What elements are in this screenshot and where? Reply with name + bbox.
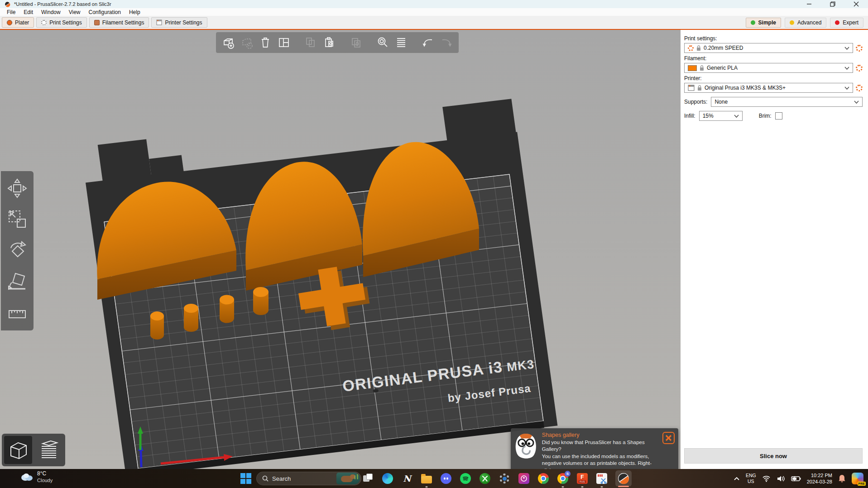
add-instance-icon[interactable] xyxy=(349,36,363,49)
restore-button[interactable] xyxy=(830,1,835,7)
measure-icon[interactable] xyxy=(5,300,29,325)
edit-filament-icon[interactable] xyxy=(856,65,863,72)
copilot-icon[interactable]: PRE xyxy=(852,473,863,484)
file-explorer-icon[interactable] xyxy=(421,473,432,484)
hidden-icons-chevron[interactable] xyxy=(734,476,740,481)
paste-icon[interactable] xyxy=(322,36,336,49)
taskbar: 8°C Cloudy Search N S FFUS xyxy=(0,469,868,488)
filament-value: Generic PLA xyxy=(707,65,842,71)
fusion-360-icon[interactable]: FFUS xyxy=(576,473,588,484)
lock-icon xyxy=(700,65,704,71)
rotate-icon[interactable] xyxy=(5,238,29,263)
ai-chat-icon[interactable] xyxy=(518,473,530,484)
edit-printer-icon[interactable] xyxy=(856,85,863,91)
menu-help[interactable]: Help xyxy=(125,9,144,15)
weather-widget[interactable]: 8°C Cloudy xyxy=(20,470,53,483)
wifi-icon[interactable] xyxy=(762,475,771,482)
language-indicator[interactable]: ENGUS xyxy=(746,473,756,484)
variable-layer-height-icon[interactable] xyxy=(394,36,408,49)
chevron-down-icon xyxy=(844,67,849,70)
model-cylinder-4[interactable] xyxy=(253,287,269,315)
print-settings-label: Print settings: xyxy=(684,35,863,42)
settings-panel: Print settings: 0.20mm SPEED Filament: G… xyxy=(681,30,868,469)
battery-icon[interactable] xyxy=(791,476,801,482)
notification-close-button[interactable] xyxy=(662,432,675,444)
xbox-icon[interactable] xyxy=(479,473,491,484)
tab-print-settings[interactable]: Print Settings xyxy=(36,17,86,28)
printer-label: Printer: xyxy=(684,75,863,81)
menu-view[interactable]: View xyxy=(65,9,85,15)
chrome-profile-icon[interactable]: S xyxy=(557,473,569,484)
model-cylinder-2[interactable] xyxy=(184,304,198,332)
red-dot-icon xyxy=(835,20,839,25)
gear-icon xyxy=(688,45,694,51)
prusaslicer-taskbar-icon[interactable] xyxy=(615,470,632,487)
menu-file[interactable]: File xyxy=(3,9,19,15)
close-button[interactable] xyxy=(854,1,859,7)
shapes-gallery-notification: Shapes gallery Did you know that PrusaSl… xyxy=(511,428,678,469)
search-box[interactable]: Search xyxy=(256,472,361,485)
3d-editor-view-button[interactable] xyxy=(4,436,32,464)
active-app-indicator xyxy=(618,486,629,487)
tab-label: Printer Settings xyxy=(165,19,202,26)
model-cylinder-1[interactable] xyxy=(150,311,164,340)
move-icon[interactable] xyxy=(5,177,29,202)
tab-plater[interactable]: Plater xyxy=(2,17,34,28)
printer-value: Original Prusa i3 MK3S & MK3S+ xyxy=(705,85,842,91)
settings-icon[interactable] xyxy=(499,473,510,484)
undo-icon[interactable] xyxy=(421,36,435,49)
notification-bell-icon[interactable] xyxy=(838,474,846,483)
discord-icon[interactable] xyxy=(440,473,452,484)
chevron-down-icon xyxy=(844,47,849,50)
tab-bar: Plater Print Settings Filament Settings … xyxy=(0,16,868,30)
brim-checkbox[interactable] xyxy=(775,112,782,120)
edge-icon[interactable] xyxy=(382,473,393,484)
yellow-dot-icon xyxy=(790,20,794,25)
spotify-icon[interactable] xyxy=(460,473,471,484)
clock[interactable]: 10:22 PM2024-03-28 xyxy=(807,472,832,485)
model-cylinder-3[interactable] xyxy=(220,295,234,323)
copy-icon[interactable] xyxy=(304,36,317,49)
mode-expert[interactable]: Expert xyxy=(830,18,863,28)
preview-view-button[interactable] xyxy=(35,436,63,464)
add-icon[interactable] xyxy=(221,36,235,49)
mode-advanced[interactable]: Advanced xyxy=(785,18,826,28)
menu-configuration[interactable]: Configuration xyxy=(85,9,125,15)
3d-viewport[interactable]: ORIGINAL PRUSA i3 MK3 by Josef Prusa xyxy=(0,30,681,469)
printer-select[interactable]: Original Prusa i3 MK3S & MK3S+ xyxy=(684,83,853,93)
tab-printer-settings[interactable]: Printer Settings xyxy=(151,17,207,28)
print-settings-select[interactable]: 0.20mm SPEED xyxy=(684,43,853,53)
chevron-down-icon xyxy=(734,115,739,118)
tab-filament-settings[interactable]: Filament Settings xyxy=(89,17,149,28)
slice-now-button[interactable]: Slice now xyxy=(684,448,863,464)
arrange-icon[interactable] xyxy=(277,36,291,49)
search-icon[interactable] xyxy=(376,36,389,49)
mode-simple[interactable]: Simple xyxy=(746,18,781,28)
preview-badge: PRE xyxy=(858,482,866,486)
lock-icon xyxy=(696,45,701,51)
place-on-face-icon[interactable] xyxy=(5,269,29,294)
supports-select[interactable]: None xyxy=(711,97,863,107)
scale-icon[interactable] xyxy=(5,207,29,233)
minimize-button[interactable] xyxy=(806,1,812,7)
infill-label: Infill: xyxy=(684,113,695,119)
filament-icon xyxy=(94,20,100,25)
notion-icon[interactable]: N xyxy=(401,473,413,484)
start-button[interactable] xyxy=(240,473,251,484)
edit-print-settings-icon[interactable] xyxy=(856,45,863,52)
search-placeholder: Search xyxy=(272,475,333,482)
menu-window[interactable]: Window xyxy=(37,9,65,15)
chrome-icon[interactable] xyxy=(537,473,549,484)
volume-icon[interactable] xyxy=(777,475,785,482)
filament-select[interactable]: Generic PLA xyxy=(684,63,853,73)
redo-icon[interactable] xyxy=(440,36,453,49)
infill-select[interactable]: 15% xyxy=(699,111,743,121)
delete-all-icon[interactable] xyxy=(259,36,272,49)
view-switcher xyxy=(2,434,65,466)
menu-edit[interactable]: Edit xyxy=(19,9,37,15)
profile-badge: S xyxy=(565,471,571,477)
tab-label: Print Settings xyxy=(49,19,82,26)
remove-icon[interactable] xyxy=(240,36,254,49)
task-view-icon[interactable] xyxy=(362,473,374,484)
snipping-tool-icon[interactable] xyxy=(596,473,608,484)
